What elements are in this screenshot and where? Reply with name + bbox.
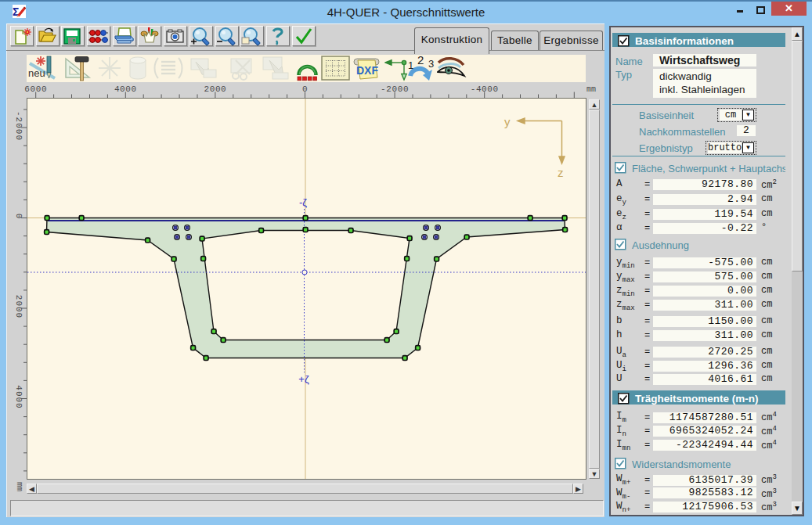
svg-text:mm: mm xyxy=(15,482,23,491)
svg-text:6000: 6000 xyxy=(24,85,47,94)
svg-text:2000: 2000 xyxy=(14,295,23,318)
svg-text:-4000: -4000 xyxy=(471,85,499,94)
svg-text:-2000: -2000 xyxy=(14,111,23,141)
svg-text:DXF: DXF xyxy=(356,64,378,77)
svg-text:y: y xyxy=(504,115,511,128)
svg-text:1: 1 xyxy=(408,59,413,71)
svg-text:neu: neu xyxy=(28,67,45,79)
svg-text:0: 0 xyxy=(302,85,308,94)
svg-text:-ζ: -ζ xyxy=(299,196,307,208)
svg-text:3: 3 xyxy=(428,58,434,70)
svg-text:+ζ: +ζ xyxy=(298,373,309,385)
svg-text:0: 0 xyxy=(14,214,23,220)
svg-text:4000: 4000 xyxy=(114,85,137,94)
svg-text:2: 2 xyxy=(417,56,424,67)
svg-text:-2000: -2000 xyxy=(381,85,409,94)
svg-text:mm: mm xyxy=(586,85,596,94)
svg-text:4000: 4000 xyxy=(14,385,23,408)
svg-text:2000: 2000 xyxy=(204,85,226,94)
svg-text:z: z xyxy=(558,166,564,179)
